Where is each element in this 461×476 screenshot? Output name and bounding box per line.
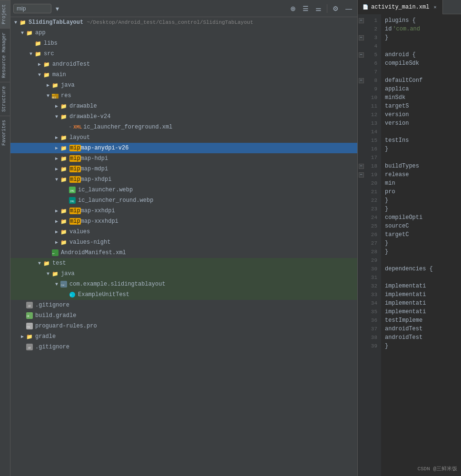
item-label: mipmap-xxhdpi [69,208,115,214]
list-item[interactable]: 📁 main [10,69,357,80]
sidebar-item-project[interactable]: Project [0,0,10,28]
list-item[interactable]: 📁 app [10,28,357,38]
chevron [53,229,60,235]
item-label: mipmap-anydpi-v26 [69,145,128,151]
code-line: min [385,179,457,188]
list-item[interactable]: IMG ic_launcher.webp [10,185,357,195]
sidebar-item-structure[interactable]: Structure [0,82,10,116]
list-item[interactable]: 📁 src [10,49,357,59]
line-num: 9 [364,85,381,93]
fold-8[interactable]: − [358,76,364,85]
list-item[interactable]: .gi .gitignore [10,342,357,352]
code-line [385,128,457,136]
line-num: 17 [364,153,381,162]
minimize-btn[interactable]: — [343,3,354,14]
code-line: } [385,248,457,256]
list-item[interactable]: PKG com.example.slidingtablayout [10,279,357,289]
svg-text:PKG: PKG [61,284,65,286]
list-item[interactable]: .gi .gitignore [10,300,357,310]
list-item[interactable]: 📁 java [10,80,357,90]
list-item[interactable]: 📁 java [10,268,357,279]
dropdown-btn[interactable]: ▾ [53,3,61,14]
package-icon: PKG [60,280,68,288]
fold-marker[interactable]: − [359,18,364,23]
folder-icon: 📁 [51,81,59,89]
chevron [45,93,51,99]
list-item[interactable]: - XML ic_launcher_foreground.xml [10,122,357,132]
root-label: SlidingTabLayout ~/Desktop/Android_test/… [29,19,253,26]
list-item[interactable]: 📁 mipmap-xhdpi [10,174,357,185]
fold-marker[interactable]: − [359,52,364,58]
list-item[interactable]: 📁 mipmap-xxhdpi [10,206,357,216]
collapse-btn[interactable]: ☰ [300,3,311,14]
code-line: androidTest [385,325,457,333]
line-num: 35 [364,307,381,316]
fold-4 [358,42,364,50]
fold-19[interactable]: − [358,170,364,179]
fold-marker[interactable]: − [359,164,364,169]
tab-close-btn[interactable]: ✕ [432,4,438,10]
list-item[interactable]: 📁 androidTest [10,59,357,69]
sidebar-item-favorites[interactable]: Favorites [0,116,10,149]
gitignore-icon: .gi [26,301,33,309]
list-item[interactable]: 📁 libs [10,38,357,49]
fold-5[interactable]: − [358,50,364,59]
settings-btn[interactable]: ⚙ [330,3,341,14]
tree-content[interactable]: 📁 SlidingTabLayout ~/Desktop/Android_tes… [10,17,357,476]
list-item[interactable]: 📁 layout [10,132,357,143]
line-num: 3 [364,33,381,42]
fold-1[interactable]: − [358,16,364,25]
code-editor[interactable]: plugins { id 'com.and } android { compil… [381,14,461,476]
list-item[interactable]: RES res [10,90,357,101]
list-item[interactable]: 📁 drawable [10,101,357,111]
fold-18[interactable]: − [358,162,364,170]
fold-3[interactable]: − [358,33,364,42]
list-item[interactable]: 📁 values [10,227,357,237]
folder-icon: 📁 [34,40,42,47]
list-item[interactable]: PRO proguard-rules.pro [10,321,357,331]
list-item[interactable]: 📁 mipmap-mdpi [10,164,357,174]
line-num: 15 [364,136,381,145]
list-item[interactable]: J ExampleUnitTest [10,289,357,300]
list-item[interactable]: 📁 drawable-v24 [10,111,357,122]
fold-9 [358,85,364,93]
fold-marker[interactable]: − [359,35,364,40]
folder-icon: 📁 [60,207,68,215]
list-item[interactable]: 📁 mipmap-xxxhdpi [10,216,357,227]
line-num: 1 [364,16,381,25]
code-line: applica [385,85,457,93]
item-label: build.gradle [35,312,76,319]
fold-6 [358,59,364,68]
tab-activity-main[interactable]: 📄 activity_main.xml ✕ [358,0,443,14]
item-label: androidTest [52,61,90,68]
line-num: 5 [364,50,381,59]
list-item[interactable]: IMG ic_launcher_round.webp [10,195,357,206]
fold-marker[interactable]: − [359,78,364,83]
list-item[interactable]: 📁 mipmap-hdpi [10,153,357,164]
folder-icon: 📁 [60,238,68,246]
item-label: libs [44,40,58,47]
list-item[interactable]: 📁 gradle [10,331,357,342]
search-input[interactable] [13,4,51,13]
code-line: sourceC [385,222,457,230]
list-item[interactable]: 📁 values-night [10,237,357,248]
webp-file-icon: IMG [69,186,76,194]
list-item[interactable]: 📁 test [10,258,357,268]
code-line: targetC [385,230,457,239]
list-item[interactable]: 📁 mipmap-anydpi-v26 [10,143,357,153]
item-label: mipmap-mdpi [69,166,108,172]
filter-btn[interactable]: ⚌ [313,3,324,14]
chevron [28,51,34,57]
chevron [53,114,60,119]
fold-marker[interactable]: − [359,172,364,178]
list-item[interactable]: MP AndroidManifest.xml [10,248,357,258]
chevron [53,177,60,182]
sidebar-item-resource-manager[interactable]: Resource Manager [0,28,10,82]
gitignore2-icon: .gi [26,343,33,351]
search-highlight: mip [69,218,81,225]
list-item[interactable]: GR build.gradle [10,310,357,321]
add-btn[interactable]: ⊕ [288,3,298,14]
folder-icon: 📁 [60,218,68,225]
tree-root[interactable]: 📁 SlidingTabLayout ~/Desktop/Android_tes… [10,17,357,28]
fold-14 [358,128,364,136]
